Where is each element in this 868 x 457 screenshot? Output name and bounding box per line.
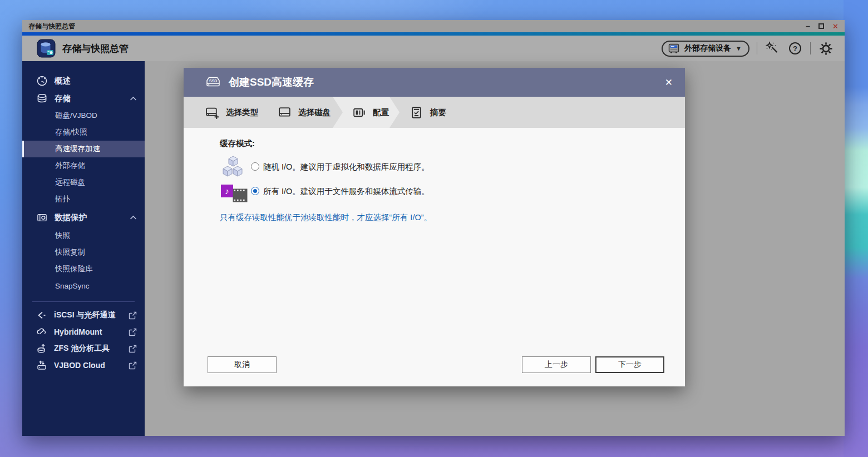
dialog-header: SSD 创建SSD高速缓存 ✕ xyxy=(184,68,685,97)
random-io-cubes-icon xyxy=(221,156,244,179)
settings-gear-icon[interactable] xyxy=(818,41,834,56)
external-storage-device-label: 外部存储设备 xyxy=(684,43,731,53)
sidebar-item-snapshot-replica[interactable]: 快照复制 xyxy=(22,244,145,261)
sidebar-link-zfs-pool-profiler[interactable]: ZFS 池分析工具 xyxy=(22,340,145,357)
dialog-close-icon[interactable]: ✕ xyxy=(662,76,676,90)
random-io-option-text[interactable]: 随机 I/O。建议用于虚拟化和数据库应用程序。 xyxy=(263,162,430,172)
magic-wand-icon[interactable] xyxy=(765,41,780,56)
external-link-icon[interactable] xyxy=(129,328,137,336)
sidebar-link-iscsi-fc[interactable]: iSCSI 与光纤通道 xyxy=(22,307,145,324)
sidebar-item-external-storage[interactable]: 外部存储 xyxy=(22,157,145,174)
all-io-media-icon: ♪ xyxy=(221,183,249,205)
random-io-radio[interactable] xyxy=(251,162,259,171)
header-toolbar: 外部存储设备 ▼ ? xyxy=(662,41,834,57)
sidebar-item-overview[interactable]: 概述 xyxy=(22,72,145,90)
sidebar-link-vjbod-cloud[interactable]: VJBOD Cloud xyxy=(22,357,145,374)
external-link-icon[interactable] xyxy=(129,345,137,353)
sidebar-link-hybridmount[interactable]: HybridMount xyxy=(22,324,145,340)
wizard-steps-bar: 选择类型 选择磁盘 配置 xyxy=(184,97,685,128)
wallpaper-color-band xyxy=(844,0,868,457)
create-ssd-cache-dialog: SSD 创建SSD高速缓存 ✕ 选择类型 xyxy=(184,68,685,386)
sidebar-item-snapsync[interactable]: SnapSync xyxy=(22,277,145,294)
chevron-up-icon[interactable] xyxy=(130,96,137,101)
cache-config-icon xyxy=(352,105,367,120)
svg-text:SSD: SSD xyxy=(209,79,217,83)
all-io-radio[interactable] xyxy=(251,187,259,195)
ssd-drive-icon: SSD xyxy=(205,75,221,90)
sidebar: 概述 存储 磁盘/VJBOD 存储/快照 高速缓存加速 外部存储 xyxy=(22,61,145,436)
summary-clipboard-icon xyxy=(409,105,424,120)
drive-add-icon xyxy=(205,105,220,120)
sidebar-divider xyxy=(32,301,135,302)
minimize-icon[interactable]: – xyxy=(806,23,810,29)
step-summary: 摘要 xyxy=(409,97,446,128)
storage-snapshots-app-icon xyxy=(37,39,56,58)
dialog-title: 创建SSD高速缓存 xyxy=(229,75,314,90)
window-title: 存储与快照总管 xyxy=(28,22,75,31)
iscsi-icon xyxy=(36,310,47,321)
chevron-down-icon: ▼ xyxy=(736,45,742,52)
window-titlebar: 存储与快照总管 – ✕ xyxy=(22,20,845,32)
drive-icon xyxy=(277,105,292,120)
close-icon[interactable]: ✕ xyxy=(832,22,839,31)
all-io-option-text[interactable]: 所有 I/O。建议用于文件服务和媒体流式传输。 xyxy=(263,186,430,197)
maximize-icon[interactable] xyxy=(818,23,824,29)
app-title: 存储与快照总管 xyxy=(62,42,129,55)
vjbod-cloud-icon xyxy=(36,360,47,371)
desktop-wallpaper: 存储与快照总管 – ✕ 存储与快照总管 xyxy=(0,0,868,457)
cache-mode-label: 缓存模式: xyxy=(220,138,255,149)
disk-stack-icon xyxy=(36,93,48,105)
external-drive-icon xyxy=(668,43,680,54)
snapshot-camera-icon xyxy=(36,212,48,223)
cache-mode-note: 只有缓存读取性能优于池读取性能时，才应选择“所有 I/O”。 xyxy=(220,212,432,223)
sidebar-item-disks-vjbod[interactable]: 磁盘/VJBOD xyxy=(22,107,145,124)
external-storage-device-button[interactable]: 外部存储设备 ▼ xyxy=(662,41,749,57)
dialog-body: 缓存模式: 随机 I/O。建议用于虚拟化和数据库应用程序 xyxy=(184,128,685,386)
cancel-button[interactable]: 取消 xyxy=(208,356,277,373)
zfs-pool-icon xyxy=(36,343,47,354)
sidebar-item-cache-acceleration[interactable]: 高速缓存加速 xyxy=(22,141,145,157)
sidebar-item-topology[interactable]: 拓扑 xyxy=(22,191,145,207)
toolbar-separator xyxy=(757,42,757,54)
app-header: 存储与快照总管 外部存储设备 ▼ xyxy=(22,36,845,61)
external-link-icon[interactable] xyxy=(129,361,137,370)
music-note-icon: ♪ xyxy=(221,185,233,197)
sidebar-group-storage[interactable]: 存储 xyxy=(22,90,145,107)
help-icon[interactable]: ? xyxy=(787,41,803,56)
toolbar-separator xyxy=(810,42,811,54)
external-link-icon[interactable] xyxy=(129,311,137,320)
step-select-disks: 选择磁盘 xyxy=(277,97,331,128)
window-controls: – ✕ xyxy=(806,22,839,31)
sidebar-item-storage-snapshots[interactable]: 存储/快照 xyxy=(22,124,145,141)
film-strip-icon xyxy=(233,188,248,202)
step-configure: 配置 xyxy=(352,97,389,128)
hybridmount-cloud-icon xyxy=(36,326,47,337)
previous-button[interactable]: 上一步 xyxy=(522,356,591,373)
sidebar-item-remote-disk[interactable]: 远程磁盘 xyxy=(22,174,145,191)
sidebar-item-snapshot-vault[interactable]: 快照保险库 xyxy=(22,261,145,277)
next-button[interactable]: 下一步 xyxy=(595,356,664,373)
sidebar-group-data-protection[interactable]: 数据保护 xyxy=(22,207,145,227)
step-select-type: 选择类型 xyxy=(205,97,258,128)
gauge-icon xyxy=(36,75,48,87)
chevron-up-icon[interactable] xyxy=(130,215,137,220)
sidebar-item-snapshot[interactable]: 快照 xyxy=(22,227,145,244)
